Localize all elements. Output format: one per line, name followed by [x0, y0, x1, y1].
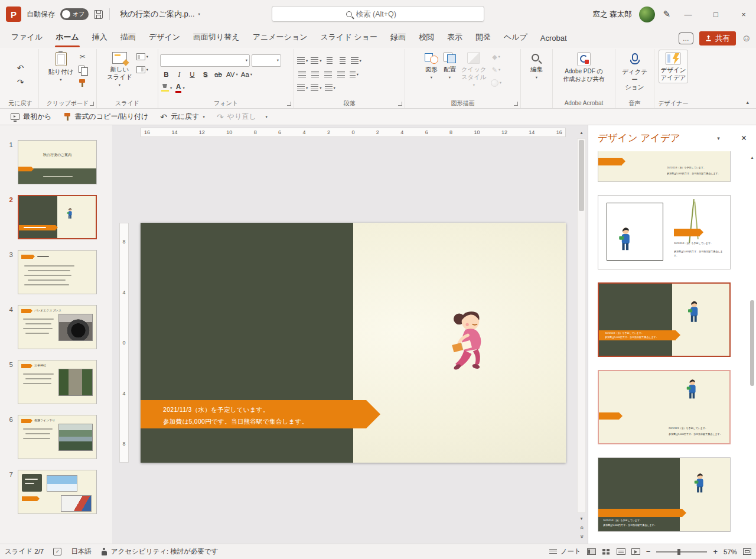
- scrollbar-thumb[interactable]: [579, 140, 584, 211]
- drawing-dialog-launcher[interactable]: [514, 102, 518, 106]
- zoom-out-button[interactable]: −: [646, 547, 651, 556]
- numbering-button[interactable]: ▾: [309, 55, 322, 67]
- arrange-button[interactable]: 配置 ▾: [441, 50, 458, 81]
- accessibility-status[interactable]: アクセシビリティ: 検討が必要です: [101, 547, 219, 556]
- clipboard-dialog-launcher[interactable]: [90, 102, 94, 106]
- dictate-button[interactable]: ディクテー ション: [617, 50, 652, 92]
- shape-effects-button[interactable]: ▾: [490, 77, 503, 89]
- tab-slideshow[interactable]: スライド ショー: [314, 28, 383, 48]
- qat-overflow-icon[interactable]: ▾: [265, 115, 267, 119]
- slide-4-thumbnail[interactable]: パレオエクスプレス: [18, 305, 97, 349]
- horizontal-ruler[interactable]: 1614121086420246810121416: [141, 128, 566, 137]
- align-left-button[interactable]: [296, 69, 308, 80]
- convert-smartart-button[interactable]: ▾: [324, 82, 337, 94]
- underline-button[interactable]: U: [186, 69, 198, 80]
- align-text-button[interactable]: ▾: [309, 82, 322, 94]
- slide-3-thumbnail[interactable]: [18, 250, 97, 294]
- tab-help[interactable]: ヘルプ: [497, 28, 534, 48]
- increase-indent-button[interactable]: [337, 55, 349, 67]
- user-avatar[interactable]: [639, 6, 655, 22]
- format-painter-qat-button[interactable]: 書式のコピー/貼り付け: [59, 110, 154, 124]
- tab-draw[interactable]: 描画: [114, 28, 142, 48]
- justify-button[interactable]: [335, 69, 347, 80]
- cut-button[interactable]: ✂: [76, 51, 89, 63]
- undo-button[interactable]: ↶: [14, 62, 27, 74]
- highlight-color-button[interactable]: ▾: [160, 82, 173, 94]
- fit-to-window-icon[interactable]: [743, 548, 751, 555]
- minimize-button[interactable]: —: [678, 0, 698, 28]
- previous-slide-button[interactable]: «: [577, 523, 586, 532]
- ink-pen-icon[interactable]: ✎: [663, 9, 670, 20]
- undo-qat-button[interactable]: ↶ 元に戻す ▾: [155, 110, 210, 124]
- document-title[interactable]: 秋の行楽のご案内.p... ▾: [116, 6, 204, 22]
- font-size-combo[interactable]: ▾: [252, 54, 281, 67]
- paste-button[interactable]: 貼り付け ▾: [47, 50, 76, 83]
- share-button[interactable]: 共有: [699, 31, 736, 46]
- design-panel-dropdown-icon[interactable]: ▾: [717, 135, 720, 141]
- design-panel-close-icon[interactable]: ×: [741, 133, 747, 144]
- slide-1-thumbnail[interactable]: 秋の行楽のご案内: [18, 140, 97, 184]
- start-from-beginning-button[interactable]: 最初から: [6, 110, 57, 124]
- design-idea-5[interactable]: 2021/11/3（水）を予定しています。 参加費は5,000円です。当日熊谷駅…: [598, 457, 731, 532]
- close-button[interactable]: ×: [734, 0, 754, 28]
- reading-woman-illustration[interactable]: [443, 309, 499, 378]
- tab-file[interactable]: ファイル: [5, 28, 49, 48]
- design-idea-2[interactable]: 2021/11/3（水）を予定しています。 参加費は5,000円です。当日熊谷駅…: [598, 195, 731, 269]
- tab-animations[interactable]: アニメーション: [246, 28, 314, 48]
- editing-button[interactable]: 編集 ▾: [529, 50, 545, 81]
- strikethrough-button[interactable]: ab: [212, 69, 224, 80]
- bullets-button[interactable]: ▾: [296, 55, 309, 67]
- design-idea-3-current[interactable]: 2021/11/3（水）を予定しています。 参加費は5,000円です。当日熊谷駅…: [598, 282, 731, 357]
- slide-6-thumbnail[interactable]: 長瀞ライン下り: [18, 415, 97, 459]
- character-spacing-button[interactable]: AV▾: [225, 69, 239, 80]
- comments-icon[interactable]: …: [679, 32, 693, 44]
- shapes-button[interactable]: 図形 ▾: [423, 50, 440, 81]
- slide-indicator[interactable]: スライド 2/7: [5, 547, 44, 556]
- shape-outline-button[interactable]: ✎▾: [490, 64, 503, 76]
- tab-review[interactable]: 校閲: [412, 28, 441, 48]
- align-right-button[interactable]: [322, 69, 334, 80]
- design-scrollbar-thumb[interactable]: [750, 300, 754, 386]
- quick-styles-button[interactable]: クイック スタイル ▾: [460, 50, 488, 89]
- tab-acrobat[interactable]: Acrobat: [534, 30, 573, 48]
- search-input[interactable]: [356, 10, 410, 18]
- scrollbar-track[interactable]: [577, 138, 586, 513]
- copy-button[interactable]: [76, 64, 89, 76]
- redo-qat-button[interactable]: ↷ やり直し: [212, 110, 261, 124]
- next-slide-button[interactable]: »: [577, 532, 586, 541]
- slide-7-thumbnail[interactable]: [18, 470, 97, 514]
- spell-check-icon[interactable]: ✓: [53, 548, 61, 555]
- text-direction-button[interactable]: ▾: [296, 82, 309, 94]
- new-slide-button[interactable]: 新しい スライド ▾: [105, 50, 134, 89]
- zoom-slider-knob[interactable]: [677, 549, 680, 555]
- format-painter-button[interactable]: [76, 77, 89, 89]
- search-box[interactable]: [272, 6, 484, 22]
- tab-home[interactable]: ホーム: [49, 28, 86, 48]
- slide-layout-button[interactable]: ▾: [135, 51, 149, 63]
- maximize-button[interactable]: □: [706, 0, 726, 28]
- font-name-combo[interactable]: ▾: [160, 54, 250, 67]
- user-name[interactable]: 窓之 森太郎: [592, 9, 631, 20]
- decrease-indent-button[interactable]: [324, 55, 336, 67]
- font-dialog-launcher[interactable]: [287, 102, 291, 106]
- design-ideas-button[interactable]: デザイン アイデア: [659, 50, 689, 83]
- font-color-button[interactable]: A▾: [174, 82, 186, 94]
- vertical-ruler[interactable]: 84048: [119, 223, 129, 463]
- slide-sorter-view-button[interactable]: [602, 548, 611, 555]
- align-center-button[interactable]: [309, 69, 321, 80]
- tab-record[interactable]: 録画: [384, 28, 412, 48]
- adobe-pdf-button[interactable]: Adobe PDF の 作成および共有: [561, 50, 607, 84]
- zoom-slider[interactable]: [656, 551, 707, 552]
- change-case-button[interactable]: Aa▾: [240, 69, 253, 80]
- zoom-in-button[interactable]: +: [713, 547, 718, 556]
- tab-design[interactable]: デザイン: [142, 28, 187, 48]
- text-shadow-button[interactable]: S: [199, 69, 211, 80]
- design-idea-4[interactable]: 2021/11/3（水）を予定しています。 参加費は5,000円です。当日熊谷駅…: [598, 370, 731, 444]
- slideshow-view-button[interactable]: [631, 548, 640, 555]
- slide-canvas[interactable]: 2021/11/3（水）を予定しています。 参加費は5,000円です。当日熊谷駅…: [141, 223, 566, 463]
- paragraph-dialog-launcher[interactable]: [398, 102, 402, 106]
- reading-view-button[interactable]: [617, 548, 625, 555]
- slide-2-thumbnail-selected[interactable]: [18, 195, 97, 239]
- tab-developer[interactable]: 開発: [469, 28, 497, 48]
- slide-5-thumbnail[interactable]: 三峯神社: [18, 360, 97, 404]
